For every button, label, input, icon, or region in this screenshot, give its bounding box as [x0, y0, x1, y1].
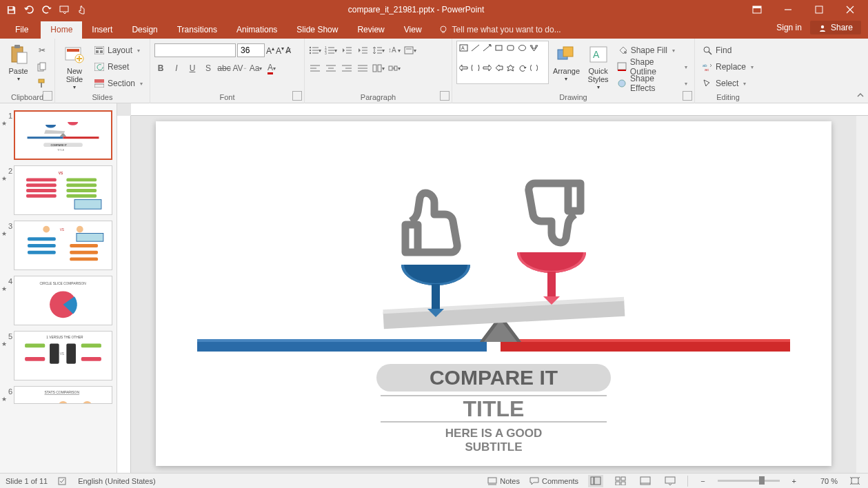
- align-text-button[interactable]: ▾: [404, 43, 416, 57]
- new-slide-label: New Slide: [66, 67, 83, 83]
- font-name-input[interactable]: [154, 43, 236, 57]
- thumbnail-2[interactable]: 2★ VS: [0, 163, 117, 218]
- new-slide-button[interactable]: New Slide ▾: [59, 41, 90, 93]
- clear-formatting-button[interactable]: A̷: [285, 45, 291, 55]
- shape-fill-button[interactable]: Shape Fill▾: [614, 43, 690, 58]
- sign-in-link[interactable]: Sign in: [776, 23, 802, 32]
- replace-button[interactable]: abacReplace▾: [699, 59, 756, 74]
- arrange-button[interactable]: Arrange▾: [550, 41, 582, 93]
- quick-styles-button[interactable]: A Quick Styles▾: [583, 41, 612, 93]
- touch-mode-button[interactable]: [74, 1, 91, 18]
- change-case-button[interactable]: Aa▾: [250, 61, 262, 75]
- find-button[interactable]: Find: [699, 43, 756, 58]
- bullets-button[interactable]: ▾: [309, 43, 321, 57]
- shape-outline-button[interactable]: Shape Outline▾: [614, 59, 690, 74]
- align-center-button[interactable]: [325, 61, 337, 75]
- tab-animations[interactable]: Animations: [227, 21, 287, 39]
- thumbnail-3[interactable]: 3★ VS: [0, 218, 117, 273]
- columns-button[interactable]: ▾: [372, 61, 385, 75]
- ruler-vertical: [117, 116, 131, 473]
- select-button[interactable]: Select▾: [699, 76, 756, 91]
- font-color-button[interactable]: A▾: [265, 61, 278, 75]
- thumbnail-4[interactable]: 4★ CIRCLE SLICE COMPARISON: [0, 273, 117, 328]
- grow-font-button[interactable]: A▴: [266, 45, 274, 56]
- svg-point-7: [441, 26, 446, 32]
- slideshow-view-button[interactable]: [663, 475, 678, 487]
- tab-transitions[interactable]: Transitions: [168, 21, 227, 39]
- justify-button[interactable]: [356, 61, 369, 75]
- numbering-button[interactable]: 123▾: [325, 43, 337, 57]
- spellcheck-icon[interactable]: [57, 476, 68, 486]
- reset-button[interactable]: Reset: [91, 59, 145, 74]
- thumbnail-pane[interactable]: 1★ COMPARE IT TITLE 2★ VS 3★ VS 4★ CIR: [0, 103, 117, 473]
- maximize-button[interactable]: [803, 0, 834, 19]
- italic-button[interactable]: I: [170, 61, 183, 75]
- align-right-button[interactable]: [341, 61, 353, 75]
- drawing-dialog-launcher[interactable]: [683, 91, 692, 101]
- paragraph-dialog-launcher[interactable]: [440, 91, 450, 101]
- thumbnail-5[interactable]: 5★ 1 VERSUS THE OTHERVS: [0, 328, 117, 383]
- line-spacing-button[interactable]: ▾: [372, 43, 385, 57]
- tab-design[interactable]: Design: [122, 21, 167, 39]
- slide-canvas[interactable]: COMPARE IT TITLE HERE IS A GOOD SUBTITLE: [117, 103, 868, 473]
- shape-effects-button[interactable]: Shape Effects▾: [614, 76, 690, 91]
- scrollbar-vertical[interactable]: [856, 116, 868, 473]
- format-painter-button[interactable]: [34, 76, 50, 91]
- zoom-slider[interactable]: [718, 480, 780, 482]
- share-button[interactable]: Share: [810, 21, 861, 34]
- strikethrough-button[interactable]: abc: [218, 61, 230, 75]
- smartart-button[interactable]: ▾: [388, 61, 401, 75]
- notes-button[interactable]: Notes: [487, 477, 520, 485]
- fit-to-window-button[interactable]: [847, 475, 862, 487]
- reading-view-button[interactable]: [638, 475, 653, 487]
- normal-view-button[interactable]: [588, 475, 603, 487]
- shadow-button[interactable]: S: [202, 61, 214, 75]
- increase-indent-button[interactable]: [356, 43, 369, 57]
- tab-file[interactable]: File: [3, 21, 41, 39]
- tab-slideshow[interactable]: Slide Show: [287, 21, 347, 39]
- redo-button[interactable]: [39, 1, 55, 18]
- collapse-ribbon-button[interactable]: [856, 90, 867, 101]
- tab-view[interactable]: View: [394, 21, 432, 39]
- zoom-in-button[interactable]: +: [789, 477, 799, 485]
- copy-button[interactable]: [34, 59, 50, 74]
- comments-button[interactable]: Comments: [529, 477, 578, 485]
- zoom-out-button[interactable]: −: [698, 477, 707, 485]
- shrink-font-button[interactable]: A▾: [276, 45, 284, 56]
- layout-button[interactable]: Layout▾: [91, 43, 145, 58]
- shapes-gallery[interactable]: A: [456, 41, 549, 84]
- svg-rect-91: [66, 179, 97, 182]
- zoom-percent[interactable]: 70 %: [809, 477, 838, 485]
- tab-home[interactable]: Home: [41, 21, 82, 39]
- animation-star-icon: ★: [1, 120, 12, 127]
- slide[interactable]: COMPARE IT TITLE HERE IS A GOOD SUBTITLE: [156, 121, 831, 466]
- language-indicator[interactable]: English (United States): [78, 477, 156, 485]
- slide-sorter-button[interactable]: [613, 475, 628, 487]
- start-from-beginning-button[interactable]: [57, 1, 73, 18]
- svg-rect-97: [66, 194, 97, 198]
- tab-review[interactable]: Review: [347, 21, 394, 39]
- svg-text:↕A: ↕A: [388, 46, 396, 54]
- char-spacing-button[interactable]: AV↔: [234, 61, 246, 75]
- save-button[interactable]: [3, 1, 19, 18]
- minimize-button[interactable]: [772, 0, 803, 19]
- decrease-indent-button[interactable]: [341, 43, 353, 57]
- font-size-input[interactable]: [237, 43, 265, 57]
- close-button[interactable]: [834, 0, 865, 19]
- section-button[interactable]: Section▾: [91, 76, 145, 91]
- text-direction-button[interactable]: ↕A▾: [388, 43, 401, 57]
- ribbon-display-button[interactable]: [741, 0, 772, 19]
- tab-insert[interactable]: Insert: [82, 21, 122, 39]
- thumbnail-1[interactable]: 1★ COMPARE IT TITLE: [0, 108, 117, 163]
- tell-me[interactable]: Tell me what you want to do...: [438, 25, 561, 39]
- thumbnail-6[interactable]: 6★ STATS COMPARISON: [0, 383, 117, 404]
- underline-button[interactable]: U: [186, 61, 199, 75]
- clipboard-dialog-launcher[interactable]: [43, 91, 52, 101]
- cut-button[interactable]: ✂: [34, 43, 50, 58]
- undo-button[interactable]: [21, 1, 37, 18]
- font-dialog-launcher[interactable]: [292, 91, 302, 101]
- align-left-button[interactable]: [309, 61, 321, 75]
- bold-button[interactable]: B: [154, 61, 167, 75]
- slide-counter[interactable]: Slide 1 of 11: [6, 477, 48, 485]
- paste-button[interactable]: Paste ▾: [4, 41, 32, 93]
